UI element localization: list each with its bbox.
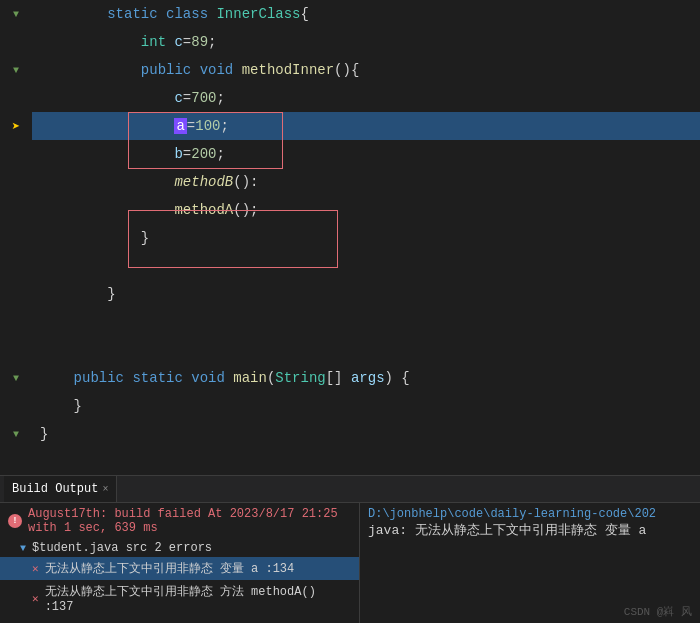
build-status-row: ! August17th: build failed At 2023/8/17 … bbox=[0, 503, 359, 539]
token-plain: (){ bbox=[334, 62, 359, 78]
fold-icon[interactable]: ▼ bbox=[13, 65, 19, 76]
gutter-line-14: ▼ bbox=[0, 364, 32, 392]
code-line-13 bbox=[32, 336, 700, 364]
debug-arrow-icon: ➤ bbox=[12, 118, 20, 135]
token-plain: = bbox=[183, 146, 191, 162]
code-line-9: } bbox=[32, 224, 700, 252]
token-plain: [] bbox=[326, 370, 351, 386]
token-kw: class bbox=[166, 6, 208, 22]
right-path: D:\jonbhelp\code\daily-learning-code\202 bbox=[368, 507, 656, 521]
indent bbox=[40, 258, 107, 274]
tab-build-output[interactable]: Build Output × bbox=[4, 476, 117, 502]
token-fn: methodInner bbox=[242, 62, 334, 78]
panel-body: ! August17th: build failed At 2023/8/17 … bbox=[0, 503, 700, 623]
token-kw: void bbox=[200, 62, 234, 78]
gutter-line-11 bbox=[0, 280, 32, 308]
token-num: 100 bbox=[195, 118, 220, 134]
gutter-line-4 bbox=[0, 84, 32, 112]
token-plain: (): bbox=[233, 174, 258, 190]
indent bbox=[40, 398, 74, 414]
tab-close-button[interactable]: × bbox=[102, 484, 108, 495]
indent bbox=[40, 6, 107, 22]
token-plain bbox=[191, 62, 199, 78]
token-type: InnerClass bbox=[216, 6, 300, 22]
indent bbox=[40, 370, 74, 386]
right-error-text: java: 无法从静态上下文中引用非静态 变量 a bbox=[368, 521, 656, 539]
token-plain: = bbox=[183, 90, 191, 106]
error-item-0[interactable]: ✕无法从静态上下文中引用非静态 变量 a :134 bbox=[0, 557, 359, 580]
token-plain: ; bbox=[216, 90, 224, 106]
token-plain bbox=[158, 6, 166, 22]
indent bbox=[40, 286, 107, 302]
code-line-6: b=200; bbox=[32, 140, 700, 168]
bottom-panel: Build Output × ! August17th: build faile… bbox=[0, 475, 700, 623]
csdn-watermark: CSDN @嵙 风 bbox=[624, 604, 692, 619]
error-item-icon: ✕ bbox=[32, 562, 39, 575]
token-plain: } bbox=[107, 286, 115, 302]
file-label: $tudent.java src 2 errors bbox=[32, 541, 212, 555]
token-type: int bbox=[141, 34, 166, 50]
token-plain bbox=[183, 370, 191, 386]
gutter-line-2 bbox=[0, 28, 32, 56]
error-item-text: 无法从静态上下文中引用非静态 方法 methodA() :137 bbox=[45, 583, 351, 614]
gutter-line-5: ➤ bbox=[0, 112, 32, 140]
fold-icon[interactable]: ▼ bbox=[13, 373, 19, 384]
indent bbox=[40, 90, 174, 106]
code-line-2: int c=89; bbox=[32, 28, 700, 56]
token-sel: a bbox=[174, 118, 186, 134]
code-line-11: } bbox=[32, 280, 700, 308]
token-plain: = bbox=[187, 118, 195, 134]
file-row[interactable]: ▼ $tudent.java src 2 errors bbox=[0, 539, 359, 557]
gutter-line-3: ▼ bbox=[0, 56, 32, 84]
token-num: 89 bbox=[191, 34, 208, 50]
gutter-line-8 bbox=[0, 196, 32, 224]
gutter-line-13 bbox=[0, 336, 32, 364]
tab-label: Build Output bbox=[12, 482, 98, 496]
gutter-line-16: ▼ bbox=[0, 420, 32, 448]
panel-tab-bar: Build Output × bbox=[0, 476, 700, 503]
code-line-10 bbox=[32, 252, 700, 280]
gutter-line-15 bbox=[0, 392, 32, 420]
fold-icon[interactable]: ▼ bbox=[13, 429, 19, 440]
token-plain: (); bbox=[233, 202, 258, 218]
token-plain: ; bbox=[220, 118, 228, 134]
error-item-icon: ✕ bbox=[32, 592, 39, 605]
panel-left: ! August17th: build failed At 2023/8/17 … bbox=[0, 503, 360, 623]
indent bbox=[40, 174, 174, 190]
code-line-14: public static void main(String[] args) { bbox=[32, 364, 700, 392]
code-line-1: static class InnerClass{ bbox=[32, 0, 700, 28]
gutter-line-9 bbox=[0, 224, 32, 252]
token-kw: void bbox=[191, 370, 225, 386]
error-item-1[interactable]: ✕无法从静态上下文中引用非静态 方法 methodA() :137 bbox=[0, 580, 359, 617]
code-content: static class InnerClass{ int c=89; publi… bbox=[32, 0, 700, 475]
token-var: c bbox=[174, 34, 182, 50]
code-line-4: c=700; bbox=[32, 84, 700, 112]
gutter-line-12 bbox=[0, 308, 32, 336]
token-type: String bbox=[275, 370, 325, 386]
build-failed-text: August17th: build failed At 2023/8/17 21… bbox=[28, 507, 351, 535]
code-line-5: a=100; bbox=[32, 112, 700, 140]
fold-icon[interactable]: ▼ bbox=[13, 9, 19, 20]
code-line-7: methodB(): bbox=[32, 168, 700, 196]
token-var: b bbox=[174, 146, 182, 162]
code-line-8: methodA(); bbox=[32, 196, 700, 224]
token-kw: public bbox=[74, 370, 124, 386]
indent bbox=[40, 202, 174, 218]
code-line-16: } bbox=[32, 420, 700, 448]
token-plain: } bbox=[40, 426, 48, 442]
token-kw: public bbox=[141, 62, 191, 78]
token-var: c bbox=[174, 90, 182, 106]
indent bbox=[40, 118, 174, 134]
token-plain: { bbox=[300, 6, 308, 22]
gutter: ▼▼➤▼▼ bbox=[0, 0, 32, 475]
token-num: 200 bbox=[191, 146, 216, 162]
indent bbox=[40, 62, 141, 78]
indent bbox=[40, 230, 141, 246]
token-fn: methodA bbox=[174, 202, 233, 218]
token-num: 700 bbox=[191, 90, 216, 106]
token-plain: ) { bbox=[385, 370, 410, 386]
file-expand-icon: ▼ bbox=[20, 543, 26, 554]
token-fn: main bbox=[233, 370, 267, 386]
token-plain: } bbox=[74, 398, 82, 414]
token-kw: static bbox=[107, 6, 157, 22]
